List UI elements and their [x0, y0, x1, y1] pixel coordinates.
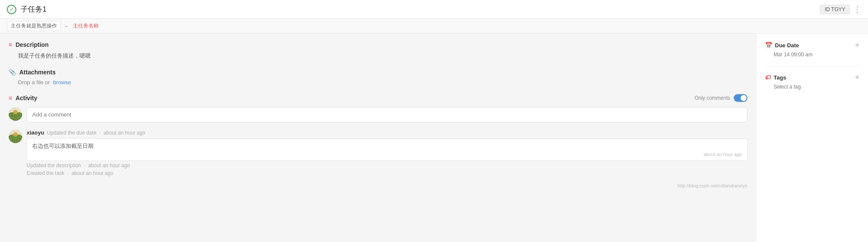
description-text: 我是子任务的任务描述，嗯嗯: [9, 52, 747, 60]
attachments-title: Attachments: [19, 69, 56, 76]
tags-section: 🏷 Tags + Select a tag: [765, 74, 859, 90]
divider-1: [765, 66, 859, 67]
activity-header: ≡ Activity Only comments: [9, 94, 747, 102]
only-comments-toggle[interactable]: [734, 94, 747, 102]
add-due-date-button[interactable]: +: [855, 41, 859, 49]
add-tag-button[interactable]: +: [855, 74, 859, 81]
activity-title: Activity: [15, 95, 37, 101]
activity-detail-text: 右边也可以添加截至日期: [32, 143, 94, 149]
parent-task-label[interactable]: 主任务就是熟悉操作: [7, 21, 61, 31]
parent-task-bar: 主任务就是熟悉操作 ← 主任务名称: [0, 19, 868, 34]
svg-point-1: [13, 110, 18, 114]
main-content: ≡ Description 我是子任务的任务描述，嗯嗯 📎 Attachment…: [0, 34, 868, 242]
current-user-avatar: [9, 107, 22, 121]
activity-detail-box: 右边也可以添加截至日期 about an hour ago: [27, 138, 747, 161]
top-header: ✓ 子任务1 ID TGYY ⋮: [0, 0, 868, 19]
browse-link[interactable]: browse: [53, 79, 71, 86]
more-options-icon[interactable]: ⋮: [853, 5, 861, 14]
due-date-section: 📅 Due Date + Mar 14 09:00 am: [765, 41, 859, 58]
drop-zone[interactable]: Drop a file or browse: [9, 79, 747, 86]
only-comments-row: Only comments: [695, 94, 747, 102]
due-date-header: 📅 Due Date +: [765, 41, 859, 49]
attachments-section: 📎 Attachments Drop a file or browse: [9, 69, 747, 86]
activity-meta-row: xiaoyu Updated the due date · about an h…: [27, 129, 747, 136]
activity-log-2: Updated the description · about an hour …: [27, 162, 747, 168]
drop-text: Drop a file or: [18, 79, 50, 86]
attachments-header: 📎 Attachments: [9, 69, 747, 76]
description-section: ≡ Description 我是子任务的任务描述，嗯嗯: [9, 41, 747, 60]
activity-item-1: xiaoyu Updated the due date · about an h…: [9, 129, 747, 176]
tags-title-row: 🏷 Tags: [765, 74, 786, 81]
task-title: 子任务1: [21, 4, 46, 14]
right-panel: 📅 Due Date + Mar 14 09:00 am 🏷 Tags + Se…: [756, 34, 868, 242]
activity-log-3: Created the task · about an hour ago: [27, 170, 747, 176]
tags-header: 🏷 Tags +: [765, 74, 859, 81]
attachments-icon: 📎: [9, 69, 16, 76]
activity-timestamp: about an hour ago: [32, 152, 742, 157]
watermark: http://blog.csdn.net/cdfandianxiyn: [9, 183, 747, 188]
task-complete-icon[interactable]: ✓: [7, 5, 16, 14]
activity-user-avatar-1: [9, 129, 22, 143]
header-left: ✓ 子任务1: [7, 4, 46, 14]
toggle-knob: [741, 95, 747, 101]
activity-body-1: xiaoyu Updated the due date · about an h…: [27, 129, 747, 176]
activity-action-1: Updated the due date · about an hour ago: [47, 130, 145, 136]
activity-icon: ≡: [9, 95, 12, 101]
left-panel: ≡ Description 我是子任务的任务描述，嗯嗯 📎 Attachment…: [0, 34, 756, 242]
due-date-icon: 📅: [765, 42, 772, 49]
tags-label: Tags: [774, 74, 786, 81]
header-right: ID TGYY ⋮: [820, 5, 861, 14]
comment-input-row: [9, 107, 747, 123]
svg-point-3: [13, 132, 18, 137]
due-date-label: Due Date: [775, 42, 799, 49]
description-header: ≡ Description: [9, 41, 747, 48]
id-badge: ID TGYY: [820, 5, 850, 14]
description-title: Description: [15, 41, 48, 48]
activity-header-left: ≡ Activity: [9, 95, 37, 101]
tags-icon: 🏷: [765, 74, 771, 81]
due-date-title-row: 📅 Due Date: [765, 42, 799, 49]
arrow-right-icon: ←: [64, 23, 70, 29]
activity-username: xiaoyu: [27, 129, 44, 136]
activity-section: ≡ Activity Only comments: [9, 94, 747, 176]
due-date-value: Mar 14 09:00 am: [765, 52, 859, 58]
annotation-text: 主任务名称: [73, 22, 99, 30]
tags-value: Select a tag: [765, 84, 859, 90]
only-comments-label: Only comments: [695, 95, 730, 101]
description-icon: ≡: [9, 41, 12, 48]
comment-input[interactable]: [27, 107, 747, 123]
